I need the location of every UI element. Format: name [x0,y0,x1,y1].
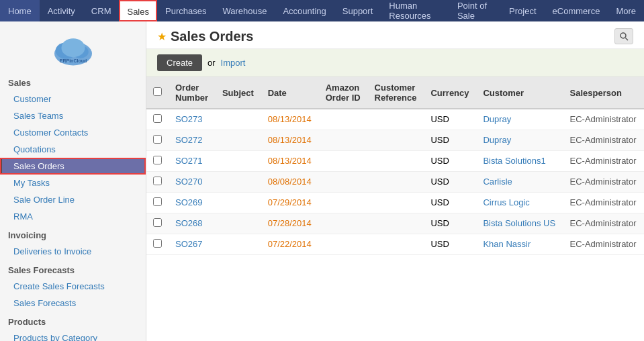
favorite-star-icon[interactable]: ★ [157,30,167,43]
nav-home[interactable]: Home [0,0,40,21]
row-date: 07/28/2014 [261,213,319,234]
order-number-link[interactable]: SO269 [175,197,202,207]
sidebar-section-sales: Sales [0,72,146,91]
order-number-link[interactable]: SO272 [175,135,202,145]
row-customer: Dupray [476,109,563,130]
row-salesperson: EC-Administrator [563,213,644,234]
date-link[interactable]: 08/13/2014 [268,156,312,166]
customer-link[interactable]: Cirrus Logic [483,197,529,207]
row-amazon-id [319,172,368,193]
row-order-number: SO273 [169,109,216,130]
row-date: 08/13/2014 [261,130,319,151]
page-header: ★ Sales Orders [146,21,644,49]
nav-accounting[interactable]: Accounting [275,0,334,21]
row-cust-ref [368,193,424,213]
row-subject [216,151,261,172]
sidebar-item-my-tasks[interactable]: My Tasks [0,175,146,191]
sidebar-item-products-by-category[interactable]: Products by Category [0,330,146,341]
row-cust-ref [368,172,424,193]
nav-crm[interactable]: CRM [83,0,120,21]
date-link[interactable]: 07/22/2014 [268,239,312,249]
row-subject [216,234,261,255]
nav-activity[interactable]: Activity [40,0,83,21]
salesperson-text: EC-Administrator [570,135,637,145]
nav-project[interactable]: Project [501,0,544,21]
customer-link[interactable]: Carlisle [483,177,512,187]
row-currency: USD [424,234,476,255]
nav-pos[interactable]: Point of Sale [449,0,501,21]
table-row: SO267 07/22/2014 USD Khan Nassir EC-Admi… [146,234,644,255]
row-checkbox[interactable] [153,135,162,144]
nav-sales[interactable]: Sales [119,0,157,21]
table-row: SO273 08/13/2014 USD Dupray EC-Administr… [146,109,644,130]
header-amazon-order-id: AmazonOrder ID [319,77,368,109]
header-order-number: OrderNumber [169,77,216,109]
row-amazon-id [319,130,368,151]
sidebar-section-products: Products [0,311,146,330]
sidebar-section-forecasts: Sales Forecasts [0,260,146,278]
row-salesperson: EC-Administrator [563,109,644,130]
row-order-number: SO268 [169,213,216,234]
row-order-number: SO271 [169,151,216,172]
nav-support[interactable]: Support [334,0,381,21]
nav-ecommerce[interactable]: eCommerce [545,0,608,21]
row-checkbox[interactable] [153,197,162,206]
sidebar-item-create-sales-forecasts[interactable]: Create Sales Forecasts [0,278,146,295]
logo-area: ERPinCloud [0,26,146,72]
row-subject [216,193,261,213]
salesperson-text: EC-Administrator [570,177,637,187]
sidebar-item-sales-teams[interactable]: Sales Teams [0,107,146,124]
sidebar-item-customer[interactable]: Customer [0,91,146,107]
date-link[interactable]: 07/29/2014 [268,197,312,207]
row-checkbox[interactable] [153,177,162,185]
row-checkbox[interactable] [153,114,162,123]
sidebar-item-sales-forecasts[interactable]: Sales Forecasts [0,295,146,311]
sidebar-item-quotations[interactable]: Quotations [0,141,146,158]
sidebar-item-deliveries-to-invoice[interactable]: Deliveries to Invoice [0,243,146,260]
sidebar-item-sale-order-line[interactable]: Sale Order Line [0,191,146,208]
customer-link[interactable]: Dupray [483,114,511,124]
row-checkbox-cell [146,151,169,172]
salesperson-text: EC-Administrator [570,239,637,249]
order-number-link[interactable]: SO270 [175,177,202,187]
row-salesperson: EC-Administrator [563,234,644,255]
nav-warehouse[interactable]: Warehouse [214,0,275,21]
search-icon [619,32,629,41]
row-checkbox-cell [146,172,169,193]
nav-hr[interactable]: Human Resources [381,0,449,21]
row-salesperson: EC-Administrator [563,130,644,151]
order-number-link[interactable]: SO273 [175,114,202,124]
sidebar-item-rma[interactable]: RMA [0,208,146,225]
sidebar-item-sales-orders[interactable]: Sales Orders [0,158,146,175]
row-amazon-id [319,213,368,234]
row-checkbox[interactable] [153,239,162,248]
row-currency: USD [424,130,476,151]
select-all-checkbox[interactable] [153,87,162,96]
date-link[interactable]: 08/08/2014 [268,177,312,187]
row-amazon-id [319,151,368,172]
customer-link[interactable]: Khan Nassir [483,239,531,249]
search-button[interactable] [614,28,633,44]
customer-link[interactable]: Dupray [483,135,511,145]
date-link[interactable]: 08/13/2014 [268,135,312,145]
orders-table-container: OrderNumber Subject Date AmazonOrder ID … [146,77,644,255]
salesperson-text: EC-Administrator [570,156,637,166]
row-date: 08/13/2014 [261,109,319,130]
date-link[interactable]: 07/28/2014 [268,218,312,228]
row-order-number: SO267 [169,234,216,255]
date-link[interactable]: 08/13/2014 [268,114,312,124]
row-checkbox[interactable] [153,218,162,227]
customer-link[interactable]: Bista Solutions US [483,218,555,228]
row-checkbox[interactable] [153,156,162,164]
sidebar-item-customer-contacts[interactable]: Customer Contacts [0,124,146,141]
customer-link[interactable]: Bista Solutions1 [483,156,545,166]
order-number-link[interactable]: SO268 [175,218,202,228]
order-number-link[interactable]: SO271 [175,156,202,166]
row-order-number: SO270 [169,172,216,193]
import-link[interactable]: Import [221,58,246,68]
nav-more[interactable]: More [608,0,644,21]
nav-purchases[interactable]: Purchases [157,0,214,21]
create-button[interactable]: Create [157,54,202,71]
order-number-link[interactable]: SO267 [175,239,202,249]
row-salesperson: EC-Administrator [563,193,644,213]
